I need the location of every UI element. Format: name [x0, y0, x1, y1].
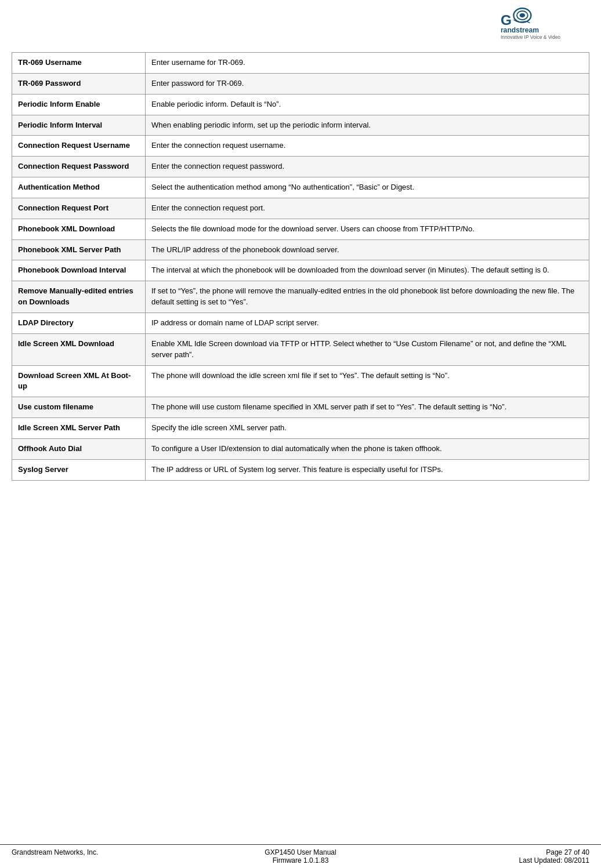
row-description: Specify the idle screen XML server path. — [146, 418, 589, 439]
row-label: Connection Request Username — [12, 136, 146, 157]
row-label: Use custom filename — [12, 397, 146, 418]
row-label: Idle Screen XML Server Path — [12, 418, 146, 439]
row-description: Enter username for TR-069. — [146, 53, 589, 74]
row-description: To configure a User ID/extension to dial… — [146, 438, 589, 459]
row-label: Connection Request Password — [12, 157, 146, 177]
row-label: Phonebook XML Download — [12, 219, 146, 239]
table-row: Syslog ServerThe IP address or URL of Sy… — [12, 459, 589, 480]
svg-text:randstream: randstream — [501, 26, 539, 34]
footer-page: Page 27 of 40 — [462, 848, 589, 856]
row-label: TR-069 Password — [12, 73, 146, 94]
row-description: When enabling periodic inform, set up th… — [146, 115, 589, 136]
row-description: IP address or domain name of LDAP script… — [146, 313, 589, 333]
table-row: TR-069 PasswordEnter password for TR-069… — [12, 73, 589, 94]
footer-company: Grandstream Networks, Inc. — [12, 848, 139, 865]
row-label: Remove Manually-edited entries on Downlo… — [12, 281, 146, 313]
row-description: Enter the connection request port. — [146, 198, 589, 219]
row-description: The interval at which the phonebook will… — [146, 260, 589, 281]
table-row: Phonebook XML Server PathThe URL/IP addr… — [12, 239, 589, 260]
table-row: Connection Request PortEnter the connect… — [12, 198, 589, 219]
row-description: Enter the connection request password. — [146, 157, 589, 177]
row-label: Authentication Method — [12, 177, 146, 198]
company-name: Grandstream Networks, Inc. — [12, 848, 98, 856]
main-content: TR-069 UsernameEnter username for TR-069… — [0, 46, 601, 504]
row-label: Periodic Inform Interval — [12, 115, 146, 136]
footer-manual-title: GXP1450 User Manual — [139, 848, 462, 856]
row-description: The phone will download the idle screen … — [146, 365, 589, 397]
logo: G randstream Innovative IP Voice & Video — [497, 6, 589, 41]
row-description: The URL/IP address of the phonebook down… — [146, 239, 589, 260]
table-row: TR-069 UsernameEnter username for TR-069… — [12, 53, 589, 74]
table-row: Idle Screen XML Server PathSpecify the i… — [12, 418, 589, 439]
table-row: Idle Screen XML DownloadEnable XML Idle … — [12, 333, 589, 365]
table-row: Authentication MethodSelect the authenti… — [12, 177, 589, 198]
table-row: Offhook Auto DialTo configure a User ID/… — [12, 438, 589, 459]
row-label: LDAP Directory — [12, 313, 146, 333]
row-description: Enable periodic inform. Default is “No”. — [146, 94, 589, 115]
row-label: Download Screen XML At Boot-up — [12, 365, 146, 397]
row-label: Idle Screen XML Download — [12, 333, 146, 365]
svg-point-3 — [520, 13, 525, 17]
row-label: TR-069 Username — [12, 53, 146, 74]
row-description: If set to “Yes”, the phone will remove t… — [146, 281, 589, 313]
settings-table: TR-069 UsernameEnter username for TR-069… — [12, 52, 589, 481]
row-description: Enable XML Idle Screen download via TFTP… — [146, 333, 589, 365]
table-row: Periodic Inform EnableEnable periodic in… — [12, 94, 589, 115]
table-row: Connection Request UsernameEnter the con… — [12, 136, 589, 157]
row-description: The IP address or URL of System log serv… — [146, 459, 589, 480]
row-label: Phonebook Download Interval — [12, 260, 146, 281]
row-description: The phone will use custom filename speci… — [146, 397, 589, 418]
row-description: Selects the file download mode for the d… — [146, 219, 589, 239]
row-label: Offhook Auto Dial — [12, 438, 146, 459]
row-description: Enter password for TR-069. — [146, 73, 589, 94]
table-row: Download Screen XML At Boot-upThe phone … — [12, 365, 589, 397]
footer-date: Last Updated: 08/2011 — [462, 856, 589, 865]
table-row: LDAP DirectoryIP address or domain name … — [12, 313, 589, 333]
table-row: Periodic Inform IntervalWhen enabling pe… — [12, 115, 589, 136]
row-label: Periodic Inform Enable — [12, 94, 146, 115]
row-description: Enter the connection request username. — [146, 136, 589, 157]
svg-text:Innovative IP Voice & Video: Innovative IP Voice & Video — [501, 34, 560, 39]
row-label: Connection Request Port — [12, 198, 146, 219]
table-row: Phonebook Download IntervalThe interval … — [12, 260, 589, 281]
row-label: Phonebook XML Server Path — [12, 239, 146, 260]
footer-right: Page 27 of 40 Last Updated: 08/2011 — [462, 848, 589, 865]
table-row: Use custom filenameThe phone will use cu… — [12, 397, 589, 418]
row-label: Syslog Server — [12, 459, 146, 480]
row-description: Select the authentication method among “… — [146, 177, 589, 198]
footer-center: GXP1450 User Manual Firmware 1.0.1.83 — [139, 848, 462, 865]
table-row: Connection Request PasswordEnter the con… — [12, 157, 589, 177]
table-row: Phonebook XML DownloadSelects the file d… — [12, 219, 589, 239]
footer: Grandstream Networks, Inc. GXP1450 User … — [0, 844, 601, 868]
table-row: Remove Manually-edited entries on Downlo… — [12, 281, 589, 313]
footer-firmware: Firmware 1.0.1.83 — [139, 856, 462, 865]
header: G randstream Innovative IP Voice & Video — [0, 0, 601, 46]
